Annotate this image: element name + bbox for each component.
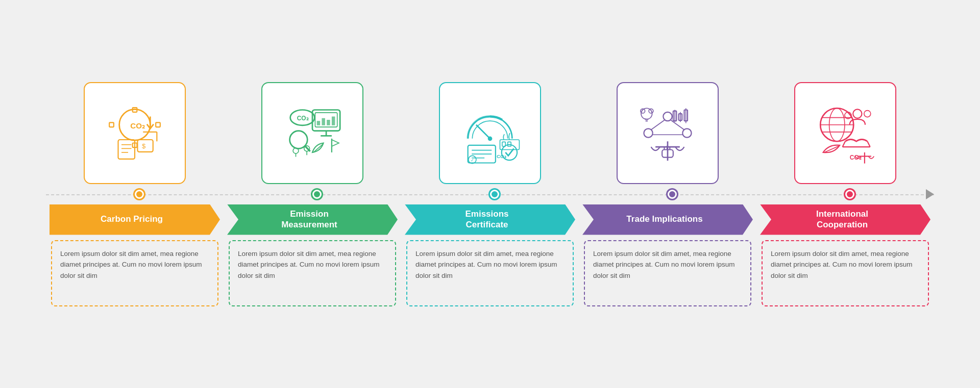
svg-line-78 xyxy=(843,141,845,147)
timeline-dot-2-wrapper xyxy=(312,184,322,205)
step-3-top: ✓ CO₂ xyxy=(401,82,579,184)
step-3-title: Emissions Certificate xyxy=(457,209,523,230)
step-3-desc-box: Lorem ipsum dolor sit dim amet, mea regi… xyxy=(406,240,574,306)
step-5-title: International Cooperation xyxy=(808,209,883,230)
icon-international-cooperation: CO₂ xyxy=(812,100,878,166)
arrow-label-5: International Cooperation xyxy=(759,204,932,235)
step-2-description: Lorem ipsum dolor sit dim amet, mea regi… xyxy=(238,248,387,281)
step-4-description: Lorem ipsum dolor sit dim amet, mea regi… xyxy=(593,248,742,281)
icon-carbon-pricing: CO₂ xyxy=(102,100,168,166)
step-4-top xyxy=(579,82,756,184)
timeline-dot-3-wrapper xyxy=(490,184,499,205)
timeline-dot-5-wrapper xyxy=(845,184,854,205)
arrow-label-1: Carbon Pricing xyxy=(48,204,221,235)
step-1-arrow-section: Carbon Pricing Lorem ipsum dolor sit dim… xyxy=(46,204,224,306)
arrow-label-2: Emission Measurement xyxy=(226,204,399,235)
step-2-arrow-section: Emission Measurement Lorem ipsum dolor s… xyxy=(224,204,401,306)
svg-text:CO₂: CO₂ xyxy=(297,115,309,122)
icon-card-5: CO₂ xyxy=(794,82,896,184)
arrows-row: Carbon Pricing Lorem ipsum dolor sit dim… xyxy=(46,204,934,306)
arrow-shape-2: Emission Measurement xyxy=(227,204,398,235)
svg-rect-19 xyxy=(317,121,321,125)
icon-trade-implications xyxy=(634,100,701,166)
step-4-arrow-section: Trade Implications Lorem ipsum dolor sit… xyxy=(579,204,756,306)
svg-point-76 xyxy=(864,110,871,117)
step-3-description: Lorem ipsum dolor sit dim amet, mea regi… xyxy=(415,248,565,281)
arrow-shape-3: Emissions Certificate xyxy=(405,204,575,235)
arrow-shape-5: International Cooperation xyxy=(760,204,930,235)
arrow-label-4: Trade Implications xyxy=(581,204,754,235)
svg-line-79 xyxy=(867,141,870,147)
svg-text:✓: ✓ xyxy=(471,158,474,163)
svg-point-35 xyxy=(488,136,493,141)
timeline-dot-4 xyxy=(668,190,677,199)
svg-marker-29 xyxy=(332,140,339,146)
svg-rect-7 xyxy=(118,140,135,159)
timeline-dot-4-wrapper xyxy=(668,184,677,205)
step-5-top: CO₂ xyxy=(756,82,934,184)
icon-card-2: CO₂ xyxy=(261,82,363,184)
top-cards-row: CO₂ xyxy=(46,82,934,184)
icon-card-4 xyxy=(617,82,719,184)
step-2-title: Emission Measurement xyxy=(273,209,352,230)
timeline-middle xyxy=(46,185,934,203)
svg-line-51 xyxy=(670,120,684,130)
icon-card-1: CO₂ xyxy=(84,82,186,184)
timeline-dot-3 xyxy=(490,190,499,199)
svg-rect-21 xyxy=(327,120,330,125)
svg-rect-5 xyxy=(156,122,160,127)
step-1-title: Carbon Pricing xyxy=(92,214,177,224)
timeline-dot-5 xyxy=(845,190,854,199)
step-5-desc-box: Lorem ipsum dolor sit dim amet, mea regi… xyxy=(762,240,929,306)
svg-text:$: $ xyxy=(142,142,146,150)
svg-point-75 xyxy=(853,109,862,118)
svg-line-34 xyxy=(476,124,490,138)
svg-point-43 xyxy=(502,144,517,160)
svg-rect-4 xyxy=(109,122,114,127)
timeline-dot-1 xyxy=(135,190,144,199)
step-1-description: Lorem ipsum dolor sit dim amet, mea regi… xyxy=(60,248,209,281)
step-4-desc-box: Lorem ipsum dolor sit dim amet, mea regi… xyxy=(584,240,751,306)
step-4-title: Trade Implications xyxy=(618,214,717,224)
arrow-shape-1: Carbon Pricing xyxy=(50,204,220,235)
svg-rect-22 xyxy=(332,116,335,125)
infographic-container: CO₂ xyxy=(26,67,954,322)
icon-emissions-certificate: ✓ CO₂ xyxy=(457,100,523,166)
svg-point-65 xyxy=(641,108,652,119)
timeline-dot-1-wrapper xyxy=(135,184,144,205)
step-1-top: CO₂ xyxy=(46,82,224,184)
timeline-end-arrow xyxy=(924,189,934,199)
step-2-top: CO₂ xyxy=(224,82,401,184)
step-3-arrow-section: Emissions Certificate Lorem ipsum dolor … xyxy=(401,204,579,306)
full-layout: CO₂ xyxy=(46,82,934,306)
step-1-desc-box: Lorem ipsum dolor sit dim amet, mea regi… xyxy=(51,240,218,306)
arrow-shape-4: Trade Implications xyxy=(582,204,753,235)
icon-emission-measurement: CO₂ xyxy=(279,100,346,166)
icon-card-3: ✓ CO₂ xyxy=(439,82,541,184)
step-5-description: Lorem ipsum dolor sit dim amet, mea regi… xyxy=(771,248,920,281)
svg-rect-20 xyxy=(322,118,325,125)
svg-line-50 xyxy=(651,120,665,130)
step-2-desc-box: Lorem ipsum dolor sit dim amet, mea regi… xyxy=(229,240,396,306)
svg-text:CO₂: CO₂ xyxy=(130,121,145,130)
step-5-arrow-section: International Cooperation Lorem ipsum do… xyxy=(756,204,934,306)
arrow-label-3: Emissions Certificate xyxy=(404,204,576,235)
timeline-dot-2 xyxy=(312,190,322,199)
